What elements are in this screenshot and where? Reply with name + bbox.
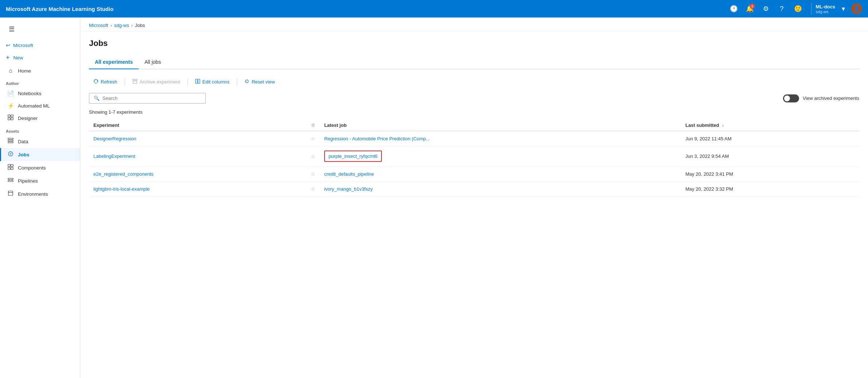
page-content: Jobs All experiments All jobs Refre <box>80 31 868 378</box>
archive-label: Archive experiment <box>140 79 180 85</box>
sidebar-new-button[interactable]: + New <box>0 51 80 65</box>
breadcrumb-microsoft[interactable]: Microsoft <box>89 23 108 28</box>
latest-job-link[interactable]: credit_defaults_pipeline <box>324 171 374 177</box>
sidebar-item-environments[interactable]: Environments <box>0 187 80 200</box>
sidebar-section-assets: Assets <box>0 125 80 135</box>
star-cell: ☆ <box>306 131 320 146</box>
star-cell: ☆ <box>306 167 320 182</box>
refresh-label: Refresh <box>101 79 117 85</box>
refresh-button[interactable]: Refresh <box>89 77 122 87</box>
search-box: 🔍 <box>89 93 206 104</box>
workspace-sub: sdg-ws <box>816 9 835 14</box>
edit-columns-icon <box>195 79 200 85</box>
hamburger-icon: ☰ <box>9 25 15 33</box>
sidebar-item-automated-ml[interactable]: ⚡ Automated ML <box>0 100 80 112</box>
page-title: Jobs <box>89 39 859 48</box>
sidebar-item-jobs[interactable]: Jobs <box>0 148 80 161</box>
sidebar-back-item[interactable]: ↩ Microsoft <box>0 39 80 51</box>
feedback-button[interactable]: 🙂 <box>792 3 804 15</box>
search-row: 🔍 View archived experiments <box>89 93 859 104</box>
settings-button[interactable]: ⚙ <box>760 3 772 15</box>
toggle-slider <box>783 94 799 102</box>
star-icon[interactable]: ☆ <box>311 186 315 192</box>
sidebar-item-components[interactable]: Components <box>0 161 80 174</box>
designer-label: Designer <box>18 116 38 121</box>
last-submitted-cell: May 20, 2022 3:32 PM <box>681 182 859 196</box>
experiment-cell: lightgbm-iris-local-example <box>89 182 306 196</box>
sidebar-item-notebooks[interactable]: 📄 Notebooks <box>0 87 80 100</box>
home-icon: ⌂ <box>7 67 14 74</box>
notebooks-label: Notebooks <box>18 91 42 96</box>
star-icon[interactable]: ☆ <box>311 136 315 141</box>
archive-icon <box>132 79 137 85</box>
history-button[interactable]: 🕐 <box>728 3 740 15</box>
star-cell: ☆ <box>306 146 320 167</box>
tab-all-jobs[interactable]: All jobs <box>139 55 167 69</box>
svg-rect-12 <box>8 178 13 179</box>
workspace-dropdown-button[interactable]: ▾ <box>837 3 849 15</box>
breadcrumb-workspace[interactable]: sdg-ws <box>114 23 129 28</box>
hamburger-section: ☰ <box>0 20 80 38</box>
sidebar-item-pipelines[interactable]: Pipelines <box>0 174 80 187</box>
svg-rect-11 <box>11 167 13 169</box>
home-label: Home <box>18 68 31 74</box>
top-header: Microsoft Azure Machine Learning Studio … <box>0 0 868 17</box>
search-input[interactable] <box>102 96 201 101</box>
latest-job-link[interactable]: Regression - Automobile Price Prediction… <box>324 136 430 141</box>
toolbar-sep-1 <box>125 78 125 86</box>
sidebar-item-home[interactable]: ⌂ Home <box>0 65 80 77</box>
star-header-icon: ☆ <box>311 122 315 128</box>
refresh-icon <box>93 79 98 85</box>
breadcrumb-sep-1: › <box>111 23 112 28</box>
environments-label: Environments <box>18 191 48 197</box>
table-row: e2e_registered_components☆credit_default… <box>89 167 859 182</box>
reset-view-label: Reset view <box>252 79 275 85</box>
experiment-link[interactable]: DesignerRegression <box>93 136 136 141</box>
star-icon[interactable]: ☆ <box>311 171 315 177</box>
hamburger-button[interactable]: ☰ <box>6 23 18 35</box>
th-star: ☆ <box>306 119 320 131</box>
experiment-link[interactable]: e2e_registered_components <box>93 171 154 177</box>
last-submitted-cell: Jun 3, 2022 9:54 AM <box>681 146 859 167</box>
latest-job-cell: credit_defaults_pipeline <box>320 167 681 182</box>
automated-ml-label: Automated ML <box>18 103 50 109</box>
experiment-cell: DesignerRegression <box>89 131 306 146</box>
archive-button[interactable]: Archive experiment <box>128 77 185 87</box>
help-button[interactable]: ? <box>776 3 788 15</box>
new-label: New <box>13 55 23 61</box>
avatar: 👤 <box>851 3 862 14</box>
reset-view-button[interactable]: Reset view <box>240 77 279 87</box>
view-archived-toggle[interactable] <box>783 94 799 102</box>
tabs: All experiments All jobs <box>89 55 859 69</box>
workspace-info: ML-docs sdg-ws <box>816 4 835 14</box>
experiments-table: Experiment ☆ Latest job Last submitted ↓ <box>89 119 859 196</box>
main-layout: ☰ ↩ Microsoft + New ⌂ Home Author 📄 Note… <box>0 17 868 378</box>
header-icons: 🕐 🔔 1 ⚙ ? 🙂 ML-docs sdg-ws ▾ 👤 <box>728 3 862 15</box>
view-archived-label: View archived experiments <box>803 96 859 101</box>
experiment-link[interactable]: lightgbm-iris-local-example <box>93 186 150 192</box>
history-icon: 🕐 <box>730 5 738 13</box>
edit-columns-button[interactable]: Edit columns <box>191 77 234 87</box>
sidebar-item-data[interactable]: Data <box>0 135 80 148</box>
sort-desc-icon: ↓ <box>722 123 724 127</box>
tab-all-experiments[interactable]: All experiments <box>89 55 139 69</box>
environments-icon <box>7 190 14 198</box>
sidebar: ☰ ↩ Microsoft + New ⌂ Home Author 📄 Note… <box>0 17 80 378</box>
latest-job-link[interactable]: ivory_mango_b1v3fszy <box>324 186 373 192</box>
designer-icon <box>7 114 14 122</box>
components-label: Components <box>18 165 46 171</box>
latest-job-cell: Regression - Automobile Price Prediction… <box>320 131 681 146</box>
last-submitted-sort[interactable]: Last submitted ↓ <box>685 122 855 128</box>
pipelines-label: Pipelines <box>18 178 38 184</box>
experiment-link[interactable]: LabelingExperiment <box>93 153 135 159</box>
plus-icon: + <box>6 54 10 62</box>
star-icon[interactable]: ☆ <box>311 153 315 159</box>
latest-job-link-highlighted[interactable]: purple_insect_ryfqcmt6 <box>324 151 382 162</box>
svg-rect-8 <box>8 164 10 167</box>
latest-job-cell: ivory_mango_b1v3fszy <box>320 182 681 196</box>
notebooks-icon: 📄 <box>7 90 14 97</box>
svg-rect-5 <box>8 140 13 141</box>
notification-button[interactable]: 🔔 1 <box>744 3 756 15</box>
back-label: Microsoft <box>13 43 33 48</box>
sidebar-item-designer[interactable]: Designer <box>0 112 80 125</box>
